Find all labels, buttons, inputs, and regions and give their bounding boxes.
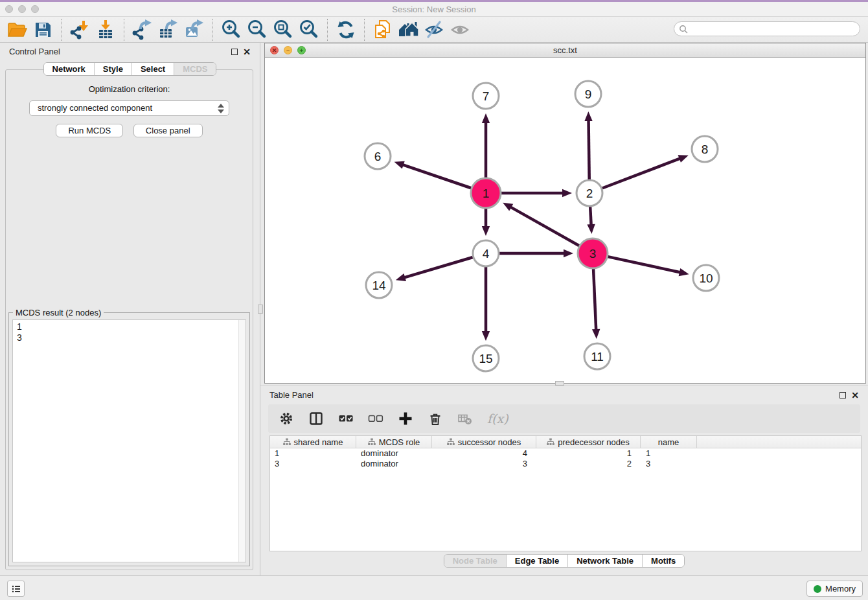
netwin-minimize-icon[interactable]: – xyxy=(284,46,292,54)
zoom-selected-button[interactable] xyxy=(296,18,322,41)
hide-eye-button[interactable] xyxy=(422,18,448,41)
table-cell[interactable]: 2 xyxy=(536,459,641,469)
graph-edge-2-8[interactable] xyxy=(602,155,689,188)
graph-edge-4-14[interactable] xyxy=(396,257,473,281)
select-all-columns-icon xyxy=(338,411,354,426)
graph-node-label: 4 xyxy=(483,247,490,260)
task-history-button[interactable] xyxy=(7,581,25,597)
graph-edge-3-10[interactable] xyxy=(608,257,689,276)
tab-select[interactable]: Select xyxy=(131,63,174,75)
memory-button[interactable]: Memory xyxy=(806,581,863,597)
netwin-close-icon[interactable]: ✕ xyxy=(270,46,279,54)
export-table-button[interactable] xyxy=(155,18,181,41)
graph-edge-1-2[interactable] xyxy=(501,189,572,197)
network-canvas[interactable]: 7968124314101511 xyxy=(265,58,865,383)
graph-node-9[interactable]: 9 xyxy=(575,81,601,107)
result-scrollbar[interactable] xyxy=(238,320,246,562)
table-row[interactable]: 1dominator411 xyxy=(270,448,861,459)
tab-edge-table[interactable]: Edge Table xyxy=(506,555,567,567)
graph-node-2[interactable]: 2 xyxy=(577,180,602,206)
graph-edge-2-3[interactable] xyxy=(587,207,595,234)
graph-node-7[interactable]: 7 xyxy=(473,83,499,109)
table-cell[interactable]: 3 xyxy=(641,459,697,469)
table-cell[interactable]: 1 xyxy=(641,448,697,459)
export-network-button[interactable] xyxy=(130,18,155,41)
graph-node-8[interactable]: 8 xyxy=(692,136,718,162)
table-cell[interactable]: dominator xyxy=(356,448,432,459)
control-panel-float-icon[interactable] xyxy=(231,49,238,55)
table-panel-close-icon[interactable]: ✕ xyxy=(851,392,859,398)
close-panel-button[interactable]: Close panel xyxy=(133,124,203,137)
graph-edge-2-9[interactable] xyxy=(584,111,592,179)
run-mcds-button[interactable]: Run MCDS xyxy=(56,124,123,137)
table-cell[interactable]: 1 xyxy=(536,448,641,459)
zoom-out-button[interactable] xyxy=(244,18,270,41)
column-header-MCDS-role[interactable]: MCDS role xyxy=(356,436,432,448)
optimization-criterion-dropdown[interactable]: strongly connected component xyxy=(29,100,229,116)
tab-network[interactable]: Network xyxy=(44,63,94,75)
graph-edge-4-15[interactable] xyxy=(482,267,490,341)
add-column-button[interactable] xyxy=(398,411,413,426)
table-cell[interactable]: 4 xyxy=(432,448,536,459)
tab-network-table[interactable]: Network Table xyxy=(567,555,642,567)
import-network-button[interactable] xyxy=(67,18,93,41)
graph-node-10[interactable]: 10 xyxy=(693,265,719,291)
graph-edge-3-1[interactable] xyxy=(503,203,579,246)
mcds-panel: Optimization criterion: strongly connect… xyxy=(5,69,253,570)
search-input[interactable] xyxy=(691,23,854,35)
tab-motifs[interactable]: Motifs xyxy=(642,555,684,567)
network-window-titlebar[interactable]: ✕ – + scc.txt xyxy=(265,43,865,58)
zoom-in-button[interactable] xyxy=(218,18,244,41)
graph-node-6[interactable]: 6 xyxy=(365,143,391,169)
column-header-predecessor-nodes[interactable]: predecessor nodes xyxy=(536,436,641,448)
graph-node-11[interactable]: 11 xyxy=(584,343,610,369)
open-session-button[interactable] xyxy=(4,18,30,41)
home-icon xyxy=(398,19,420,41)
graph-edge-1-6[interactable] xyxy=(394,161,472,189)
control-panel-close-icon[interactable]: ✕ xyxy=(243,49,251,55)
splitter-grip-vertical[interactable] xyxy=(258,305,263,314)
select-all-columns-button[interactable] xyxy=(338,411,354,426)
home-button[interactable] xyxy=(396,18,422,41)
column-header-name[interactable]: name xyxy=(641,436,697,448)
graph-edge-3-11[interactable] xyxy=(592,269,600,339)
table-row[interactable]: 3dominator323 xyxy=(270,459,861,469)
table-panel-float-icon[interactable] xyxy=(839,392,846,398)
new-network-from-selection-button[interactable] xyxy=(370,18,396,41)
zoom-fit-button[interactable] xyxy=(270,18,296,41)
netwin-maximize-icon[interactable]: + xyxy=(297,46,306,54)
graph-node-15[interactable]: 15 xyxy=(473,345,499,371)
save-session-button[interactable] xyxy=(30,18,56,41)
import-table-button[interactable] xyxy=(93,18,119,41)
mcds-result-node: 3 xyxy=(17,332,242,343)
mcds-result-text[interactable]: 13 xyxy=(12,319,246,562)
table-cell[interactable]: 3 xyxy=(432,459,536,469)
column-header-shared-name[interactable]: shared name xyxy=(270,436,356,448)
mcds-result-node: 1 xyxy=(17,321,242,332)
table-panel-title: Table Panel xyxy=(269,390,314,400)
graph-node-4[interactable]: 4 xyxy=(473,240,499,266)
function-builder-icon: f(x) xyxy=(487,411,508,426)
export-image-button[interactable] xyxy=(181,18,207,41)
column-header-successor-nodes[interactable]: successor nodes xyxy=(432,436,536,448)
table-cell[interactable]: 3 xyxy=(270,459,356,469)
graph-edge-1-4[interactable] xyxy=(482,209,490,236)
splitter-grip-horizontal[interactable] xyxy=(555,381,564,386)
unselect-all-columns-button[interactable] xyxy=(368,411,383,426)
tab-mcds[interactable]: MCDS xyxy=(174,63,216,75)
tab-style[interactable]: Style xyxy=(94,63,131,75)
graph-node-1[interactable]: 1 xyxy=(471,178,501,208)
graph-edge-1-7[interactable] xyxy=(482,113,490,178)
refresh-button[interactable] xyxy=(333,18,359,41)
graph-node-14[interactable]: 14 xyxy=(366,272,392,298)
network-graph: 7968124314101511 xyxy=(265,58,865,384)
graph-edge-4-3[interactable] xyxy=(499,249,573,257)
search-box[interactable] xyxy=(674,21,860,36)
table-cell[interactable]: dominator xyxy=(356,459,432,469)
delete-column-button[interactable] xyxy=(428,411,443,426)
split-panel-button[interactable] xyxy=(308,411,324,426)
tab-node-table[interactable]: Node Table xyxy=(444,555,506,567)
graph-node-3[interactable]: 3 xyxy=(578,238,608,268)
column-settings-button[interactable] xyxy=(279,411,294,426)
table-cell[interactable]: 1 xyxy=(270,448,356,459)
